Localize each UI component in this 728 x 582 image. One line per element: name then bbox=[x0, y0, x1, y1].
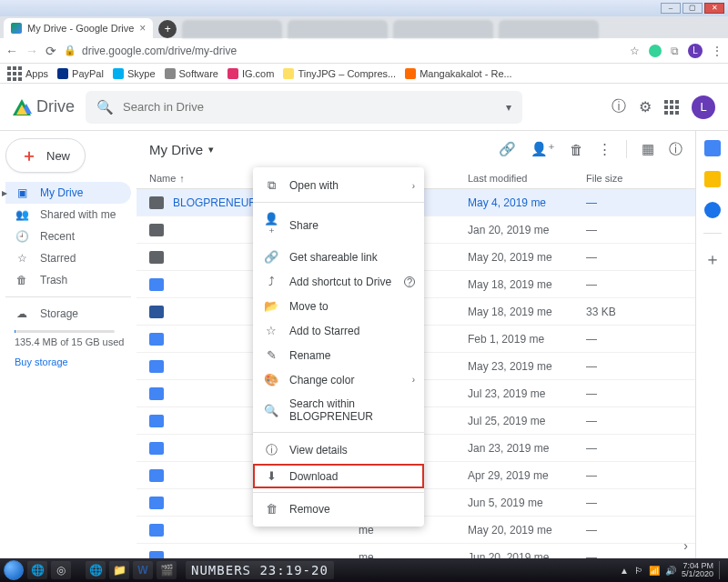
window-titlebar: – ▢ ✕ bbox=[0, 0, 728, 16]
col-modified[interactable]: Last modified bbox=[468, 173, 586, 184]
window-minimize-button[interactable]: – bbox=[661, 3, 681, 14]
addons-plus-icon[interactable]: ＋ bbox=[704, 248, 721, 265]
modified-cell: May 20, 2019 me bbox=[468, 251, 586, 264]
tasks-icon[interactable] bbox=[704, 202, 721, 218]
bookmark-star-icon[interactable]: ☆ bbox=[630, 45, 640, 57]
extension-icon[interactable]: ⧉ bbox=[671, 45, 679, 57]
ctx-open-with[interactable]: ⧉Open with› bbox=[253, 173, 424, 198]
ctx-move-to[interactable]: 📂Move to bbox=[253, 294, 424, 318]
lock-icon: 🔒 bbox=[64, 45, 76, 56]
bookmark-item[interactable]: PayPal bbox=[57, 68, 104, 79]
search-box[interactable]: 🔍 ▾ bbox=[86, 91, 522, 124]
sidebar-item-starred[interactable]: ☆Starred bbox=[5, 247, 131, 269]
bookmark-item[interactable]: Skype bbox=[113, 68, 156, 79]
buy-storage-link[interactable]: Buy storage bbox=[5, 356, 131, 367]
new-button[interactable]: ＋ New bbox=[5, 138, 86, 173]
profile-avatar[interactable]: L bbox=[688, 44, 703, 58]
system-clock[interactable]: 7:04 PM 5/1/2020 bbox=[682, 562, 713, 579]
tray-flag-icon[interactable]: 🏳 bbox=[634, 566, 643, 576]
file-type-icon bbox=[149, 278, 164, 291]
scroll-right-icon[interactable]: › bbox=[683, 538, 688, 553]
nav-forward-icon[interactable]: → bbox=[25, 44, 38, 58]
apps-launcher-icon[interactable] bbox=[664, 100, 679, 115]
browser-tabstrip: My Drive - Google Drive × + bbox=[0, 16, 728, 38]
show-desktop-button[interactable] bbox=[719, 561, 724, 579]
new-label: New bbox=[46, 149, 70, 163]
bookmark-item[interactable]: Mangakakalot - Re... bbox=[405, 68, 512, 79]
grid-view-icon[interactable]: ▦ bbox=[642, 141, 654, 157]
browser-tab-bg[interactable] bbox=[182, 20, 282, 38]
skype-icon bbox=[113, 68, 124, 79]
taskbar-app-explorer[interactable]: 📁 bbox=[109, 561, 129, 579]
account-avatar[interactable]: L bbox=[692, 95, 715, 119]
bookmark-item[interactable]: TinyJPG – Compres... bbox=[283, 68, 396, 79]
col-size[interactable]: File size bbox=[586, 173, 682, 184]
search-options-icon[interactable]: ▾ bbox=[506, 101, 511, 114]
size-cell: — bbox=[586, 333, 682, 346]
nav-reload-icon[interactable]: ⟳ bbox=[46, 44, 56, 58]
taskbar-app-chrome[interactable]: 🌐 bbox=[27, 561, 47, 579]
browser-tab-bg[interactable] bbox=[499, 20, 599, 38]
modified-cell: Jun 5, 2019 me bbox=[468, 497, 586, 509]
ctx-change-color[interactable]: 🎨Change color› bbox=[253, 367, 424, 392]
details-icon[interactable]: ⓘ bbox=[669, 141, 682, 158]
sidebar-item-recent[interactable]: 🕘Recent bbox=[5, 226, 131, 247]
help-icon[interactable]: ⓘ bbox=[612, 97, 626, 116]
bookmark-item[interactable]: IG.com bbox=[228, 68, 274, 79]
chevron-right-icon[interactable]: ▸ bbox=[2, 186, 7, 199]
ctx-add-starred[interactable]: ☆Add to Starred bbox=[253, 318, 424, 343]
search-input[interactable] bbox=[123, 100, 497, 114]
extension-icon[interactable] bbox=[649, 45, 662, 57]
ctx-share[interactable]: 👤⁺Share bbox=[253, 206, 424, 245]
get-link-icon[interactable]: 🔗 bbox=[499, 141, 516, 157]
sidebar-item-storage[interactable]: ☁Storage bbox=[5, 303, 131, 325]
ctx-rename[interactable]: ✎Rename bbox=[253, 343, 424, 367]
tray-network-icon[interactable]: 📶 bbox=[649, 566, 660, 576]
ctx-view-details[interactable]: ⓘView details bbox=[253, 436, 424, 464]
file-type-icon bbox=[149, 224, 164, 236]
browser-tab-bg[interactable] bbox=[288, 20, 388, 38]
taskbar-window-title[interactable]: NUMBERS 23:19-20 bbox=[186, 561, 334, 579]
share-person-icon[interactable]: 👤⁺ bbox=[531, 141, 555, 157]
keep-icon[interactable] bbox=[704, 171, 721, 187]
path-row: My Drive ▾ 🔗 👤⁺ 🗑 ⋮ ▦ ⓘ bbox=[136, 131, 695, 167]
settings-gear-icon[interactable]: ⚙ bbox=[639, 98, 652, 115]
taskbar-app-media[interactable]: 🎬 bbox=[157, 561, 177, 579]
browser-menu-icon[interactable]: ⋮ bbox=[712, 45, 723, 57]
search-icon: 🔍 bbox=[264, 404, 278, 417]
address-bar[interactable]: 🔒 drive.google.com/drive/my-drive bbox=[64, 45, 622, 57]
bookmark-item[interactable]: Software bbox=[165, 68, 218, 79]
taskbar-app[interactable]: ◎ bbox=[51, 561, 71, 579]
modified-cell: Jan 20, 2019 me bbox=[468, 224, 586, 236]
sidebar-item-trash[interactable]: 🗑Trash bbox=[5, 269, 131, 291]
breadcrumb[interactable]: My Drive ▾ bbox=[149, 142, 214, 157]
taskbar-app-word[interactable]: W bbox=[133, 561, 153, 579]
start-button[interactable] bbox=[4, 560, 24, 580]
sidebar-item-shared[interactable]: 👥Shared with me bbox=[5, 204, 131, 226]
taskbar-app-chrome2[interactable]: 🌐 bbox=[86, 561, 106, 579]
tab-close-icon[interactable]: × bbox=[139, 22, 146, 35]
browser-tab-bg[interactable] bbox=[393, 20, 493, 38]
ctx-add-shortcut[interactable]: ⤴Add shortcut to Drive? bbox=[253, 269, 424, 294]
window-maximize-button[interactable]: ▢ bbox=[682, 3, 703, 14]
ctx-search-within[interactable]: 🔍Search within BLOGPRENEUR bbox=[253, 392, 424, 428]
help-icon[interactable]: ? bbox=[404, 276, 415, 287]
table-row[interactable]: meJun 20, 2019 me— bbox=[136, 544, 695, 558]
calendar-icon[interactable] bbox=[704, 140, 721, 156]
ctx-remove[interactable]: 🗑Remove bbox=[253, 497, 424, 521]
window-close-button[interactable]: ✕ bbox=[704, 3, 724, 14]
remove-icon[interactable]: 🗑 bbox=[570, 142, 583, 157]
sidebar-item-my-drive[interactable]: ▸ ▣ My Drive bbox=[5, 182, 131, 204]
ctx-download[interactable]: ⬇Download bbox=[253, 464, 424, 488]
ctx-get-link[interactable]: 🔗Get shareable link bbox=[253, 245, 424, 269]
tray-icon[interactable]: ▲ bbox=[620, 566, 629, 576]
nav-back-icon[interactable]: ← bbox=[5, 44, 18, 58]
bookmark-apps[interactable]: Apps bbox=[7, 66, 48, 81]
more-icon[interactable]: ⋮ bbox=[598, 141, 612, 157]
file-type-icon bbox=[149, 251, 164, 264]
tray-volume-icon[interactable]: 🔊 bbox=[665, 566, 676, 576]
new-tab-button[interactable]: + bbox=[158, 20, 177, 38]
people-icon: 👥 bbox=[15, 208, 29, 221]
drive-logo[interactable]: Drive bbox=[13, 97, 75, 116]
browser-tab-active[interactable]: My Drive - Google Drive × bbox=[4, 18, 153, 38]
